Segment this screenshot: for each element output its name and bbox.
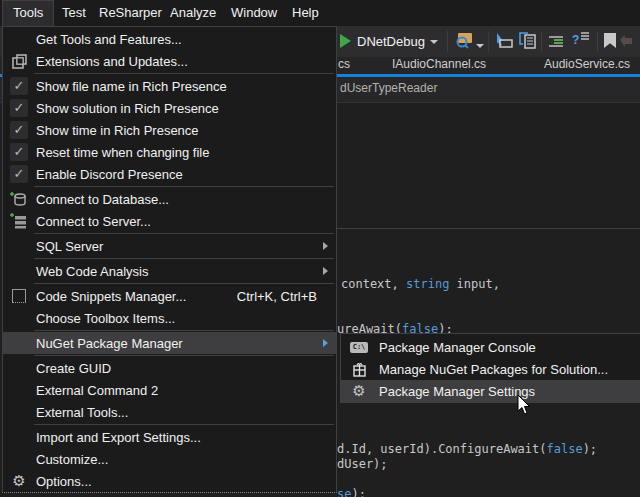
submenu-arrow-icon — [323, 339, 328, 347]
toolbar-separator — [597, 31, 598, 52]
tab-audioservice[interactable]: AudioService.cs — [544, 57, 630, 74]
menu-item-get-tools[interactable]: Get Tools and Features... — [3, 28, 336, 50]
checkmark-icon: ✓ — [10, 143, 28, 161]
menu-item-enable-discord[interactable]: ✓Enable Discord Presence — [3, 163, 336, 185]
checkmark-icon: ✓ — [10, 165, 28, 183]
menubar-item-tools[interactable]: Tools — [2, 0, 54, 27]
menu-item-show-time[interactable]: ✓Show time in Rich Presence — [3, 119, 336, 141]
editor-divider — [337, 228, 640, 229]
menu-item-code-snippets[interactable]: Code Snippets Manager... Ctrl+K, Ctrl+B — [3, 285, 336, 307]
database-icon — [8, 190, 30, 208]
menu-separator — [34, 424, 334, 425]
copy-document-icon[interactable] — [518, 32, 538, 50]
menu-separator — [34, 233, 334, 234]
debug-target-label[interactable]: DNetDebug — [357, 34, 425, 49]
chevron-down-icon[interactable] — [476, 44, 484, 48]
menu-item-nuget-package-manager[interactable]: NuGet Package Manager — [3, 332, 336, 354]
menubar-item-analyze[interactable]: Analyze — [160, 0, 226, 26]
toolbar-separator — [488, 31, 489, 52]
tab-iaudiochannel[interactable]: IAudioChannel.cs — [392, 57, 486, 74]
nuget-submenu: C:\ Package Manager Console Manage NuGet… — [340, 333, 640, 403]
submenu-item-package-manager-settings[interactable]: ⚙ Package Manager Settings — [341, 380, 640, 402]
menu-item-external-tools[interactable]: External Tools... — [3, 401, 336, 423]
menu-item-choose-toolbox[interactable]: Choose Toolbox Items... — [3, 307, 336, 329]
extensions-icon — [8, 52, 30, 70]
code-line: d.Id, userId).ConfigureAwait(false); — [337, 442, 597, 456]
shortcut-label: Ctrl+K, Ctrl+B — [237, 289, 317, 304]
breadcrumb-type-name[interactable]: dUserTypeReader — [340, 81, 437, 95]
run-play-icon[interactable] — [340, 34, 351, 48]
menu-item-connect-database[interactable]: Connect to Database... — [3, 188, 336, 210]
submenu-arrow-icon — [323, 267, 328, 275]
submenu-arrow-icon — [323, 242, 328, 250]
console-icon: C:\ — [350, 342, 369, 353]
menu-item-extensions[interactable]: Extensions and Updates... — [3, 50, 336, 72]
cursor-box-icon[interactable] — [494, 32, 514, 49]
menu-separator — [34, 355, 334, 356]
menubar-item-window[interactable]: Window — [221, 0, 287, 26]
code-line: se); — [337, 487, 366, 497]
checkmark-icon: ✓ — [10, 121, 28, 139]
menu-item-show-file-name[interactable]: ✓Show file name in Rich Presence — [3, 75, 336, 97]
tools-menu: Get Tools and Features... Extensions and… — [2, 26, 337, 493]
help-lines-icon[interactable]: ? — [572, 31, 589, 47]
menu-separator — [34, 73, 334, 74]
menu-separator — [34, 258, 334, 259]
package-icon — [346, 360, 372, 378]
menu-item-customize[interactable]: Customize... — [3, 448, 336, 470]
menu-item-sql-server[interactable]: SQL Server — [3, 235, 336, 257]
menu-item-external-command-2[interactable]: External Command 2 — [3, 379, 336, 401]
toolbar-separator — [447, 31, 448, 52]
checkmark-icon: ✓ — [10, 99, 28, 117]
code-line: dUser); — [337, 457, 388, 471]
snippets-icon — [8, 287, 30, 305]
menu-item-create-guid[interactable]: Create GUID — [3, 357, 336, 379]
menu-separator — [34, 186, 334, 187]
server-icon — [8, 212, 30, 230]
menu-item-import-export-settings[interactable]: Import and Export Settings... — [3, 426, 336, 448]
menu-item-options[interactable]: ⚙Options... — [3, 470, 336, 492]
chevron-down-icon[interactable] — [430, 40, 438, 44]
checkmark-icon: ✓ — [10, 77, 28, 95]
tab-partial[interactable]: cs — [338, 57, 350, 74]
menubar-item-help[interactable]: Help — [282, 0, 329, 26]
vs-ide-window: Tools Test ReSharper Analyze Window Help… — [0, 0, 640, 497]
menu-separator — [34, 283, 334, 284]
submenu-item-package-manager-console[interactable]: C:\ Package Manager Console — [341, 336, 640, 358]
menu-item-connect-server[interactable]: Connect to Server... — [3, 210, 336, 232]
mouse-cursor — [517, 394, 533, 416]
menu-item-reset-time[interactable]: ✓Reset time when changing file — [3, 141, 336, 163]
code-line: context, string input, — [341, 277, 500, 291]
gear-icon: ⚙ — [352, 382, 365, 400]
toolbar-separator — [541, 31, 542, 52]
menu-separator — [34, 330, 334, 331]
format-lines-icon[interactable] — [549, 35, 563, 48]
menu-item-web-code-analysis[interactable]: Web Code Analysis — [3, 260, 336, 282]
submenu-item-manage-nuget-packages[interactable]: Manage NuGet Packages for Solution... — [341, 358, 640, 380]
gear-icon: ⚙ — [12, 472, 25, 490]
menu-item-show-solution[interactable]: ✓Show solution in Rich Presence — [3, 97, 336, 119]
folder-search-icon[interactable] — [455, 31, 475, 49]
